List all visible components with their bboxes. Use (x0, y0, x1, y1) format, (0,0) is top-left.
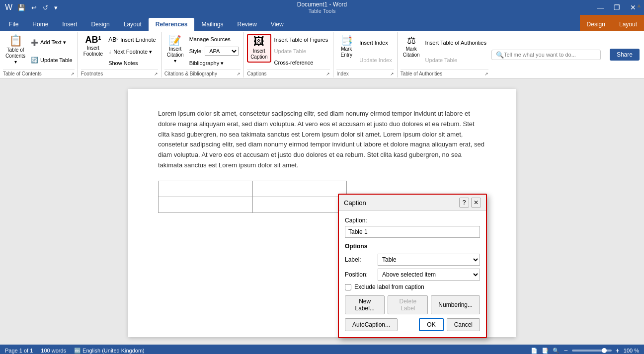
citations-expand-icon[interactable]: ↗ (237, 71, 241, 76)
authorities-group-label: Table of Authorities (401, 71, 443, 76)
tab-layout[interactable]: Layout (117, 18, 149, 31)
autocaption-button[interactable]: AutoCaption... (345, 318, 398, 331)
dialog-title: Caption (344, 199, 366, 207)
update-table-captions-button[interactable]: Update Table (272, 47, 330, 55)
zoom-minus-icon[interactable]: − (564, 347, 567, 354)
captions-expand-icon[interactable]: ↗ (326, 71, 330, 76)
tab-review[interactable]: Review (231, 18, 264, 31)
mark-entry-button[interactable]: 📑 MarkEntry (336, 34, 356, 60)
next-footnote-label: Next Footnote ▾ (113, 49, 152, 55)
minimize-button[interactable]: — (594, 2, 607, 12)
tab-design[interactable]: Design (84, 18, 116, 31)
tab-mailings[interactable]: Mailings (194, 18, 230, 31)
insert-citation-button[interactable]: 📝 InsertCitation ▾ (164, 34, 186, 66)
insert-index-button[interactable]: Insert Index (357, 39, 394, 47)
label-row: Label: Table Figure Equation (345, 254, 480, 266)
style-select[interactable]: APA MLA Chicago (205, 47, 239, 56)
mark-citation-label: MarkCitation (403, 46, 420, 58)
style-dropdown[interactable]: Style: APA MLA Chicago (187, 46, 241, 57)
ok-button[interactable]: OK (419, 318, 443, 331)
new-label-button[interactable]: New Label... (345, 295, 385, 314)
tool-title: Table Tools (309, 8, 336, 14)
update-index-button[interactable]: Update Index (357, 56, 394, 64)
next-footnote-button[interactable]: ↓ Next Footnote ▾ (106, 47, 158, 56)
share-button[interactable]: Share (610, 49, 640, 61)
insert-caption-button[interactable]: 🖼 InsertCaption (247, 34, 271, 63)
cancel-button[interactable]: Cancel (447, 318, 480, 331)
show-notes-button[interactable]: Show Notes (106, 59, 158, 67)
insert-endnote-label: Insert Endnote (120, 37, 156, 43)
caption-input[interactable] (345, 226, 480, 238)
mark-entry-label: MarkEntry (341, 46, 352, 58)
table-cell (252, 181, 347, 197)
style-label: Style: (189, 48, 203, 54)
mark-citation-button[interactable]: ⚖ MarkCitation (401, 34, 422, 60)
update-table-captions-label: Update Table (274, 48, 307, 54)
insert-footnote-button[interactable]: AB¹ InsertFootnote (81, 34, 105, 59)
mark-entry-icon: 📑 (340, 35, 353, 45)
label-buttons-row: New Label... Delete Label Numbering... (345, 295, 480, 314)
reading-view-icon[interactable]: 📑 (542, 348, 549, 354)
exclude-label-checkbox[interactable] (345, 284, 351, 290)
update-table-authorities-button[interactable]: Update Table (423, 56, 488, 64)
customize-icon[interactable]: ▾ (52, 3, 60, 12)
tab-home[interactable]: Home (25, 18, 55, 31)
table-row (159, 181, 347, 197)
delete-label-button[interactable]: Delete Label (388, 295, 428, 314)
position-select[interactable]: Above selected item Below selected item (378, 269, 480, 281)
redo-icon[interactable]: ↺ (41, 3, 50, 12)
caption-dialog[interactable]: Caption ? ✕ Caption: document.querySelec… (338, 194, 487, 338)
search-bar[interactable]: 🔍 (491, 50, 601, 60)
search-input[interactable] (504, 52, 583, 58)
position-row: Position: Above selected item Below sele… (345, 269, 480, 281)
collapse-ribbon-icon[interactable]: ▲ (636, 2, 642, 9)
undo-icon[interactable]: ↩ (29, 3, 39, 12)
citation-icon: 📝 (169, 35, 181, 45)
dialog-close-button[interactable]: ✕ (471, 198, 481, 208)
tab-file[interactable]: File (2, 18, 25, 31)
numbering-button[interactable]: Numbering... (431, 295, 480, 314)
citations-group-label: Citations & Bibliography (164, 71, 217, 76)
insert-table-authorities-button[interactable]: Insert Table of Authorities (423, 39, 488, 47)
dialog-titlebar: Caption ? ✕ (339, 195, 486, 211)
captions-group-label: Captions (247, 71, 266, 76)
add-text-button[interactable]: ➕ Add Text ▾ (29, 38, 75, 47)
ribbon: 📋 Table ofContents ▾ ➕ Add Text ▾ 🔄 Upda… (0, 31, 644, 79)
restore-button[interactable]: ❐ (611, 2, 623, 12)
index-expand-icon[interactable]: ↗ (390, 71, 394, 76)
manage-sources-button[interactable]: Manage Sources (187, 35, 241, 43)
content-area: Lorem ipsum dolor sit amet, consetetur s… (0, 79, 644, 345)
insert-tof-label: Insert Table of Figures (274, 37, 328, 43)
tab-table-design[interactable]: Design (580, 18, 612, 31)
authorities-expand-icon[interactable]: ↗ (484, 71, 488, 76)
zoom-thumb (602, 348, 607, 353)
tab-references[interactable]: References (149, 18, 195, 31)
zoom-plus-icon[interactable]: + (616, 347, 620, 354)
insert-endnote-button[interactable]: AB² Insert Endnote (106, 35, 158, 44)
update-table-toc-icon: 🔄 (31, 57, 38, 64)
bibliography-button[interactable]: Bibliography ▾ (187, 59, 241, 68)
tab-insert[interactable]: Insert (55, 18, 84, 31)
zoom-slider[interactable] (572, 350, 612, 352)
insert-table-of-figures-button[interactable]: Insert Table of Figures (272, 36, 330, 44)
table-cell (159, 197, 253, 212)
table-cell (159, 181, 253, 197)
ribbon-group-captions: 🖼 InsertCaption Insert Table of Figures … (244, 32, 333, 77)
tab-table-layout[interactable]: Layout (612, 18, 644, 31)
toc-group-label: Table of Contents (3, 71, 42, 76)
web-view-icon[interactable]: 🔍 (553, 348, 560, 354)
label-select[interactable]: Table Figure Equation (378, 254, 480, 266)
tab-view[interactable]: View (264, 18, 291, 31)
footnotes-expand-icon[interactable]: ↗ (154, 71, 158, 76)
normal-view-icon[interactable]: 📄 (531, 348, 538, 354)
cross-reference-button[interactable]: Cross-reference (272, 59, 330, 67)
insert-footnote-label: InsertFootnote (83, 45, 103, 57)
table-of-contents-button[interactable]: 📋 Table ofContents ▾ (3, 34, 28, 67)
save-icon[interactable]: 💾 (15, 3, 27, 12)
show-notes-label: Show Notes (108, 60, 138, 66)
toc-expand-icon[interactable]: ↗ (71, 71, 75, 76)
dialog-help-button[interactable]: ? (459, 198, 469, 208)
options-section-label: Options (345, 243, 480, 250)
update-table-toc-button[interactable]: 🔄 Update Table (29, 56, 75, 65)
title-bar: W 💾 ↩ ↺ ▾ Document1 - Word Table Tools —… (0, 0, 644, 15)
